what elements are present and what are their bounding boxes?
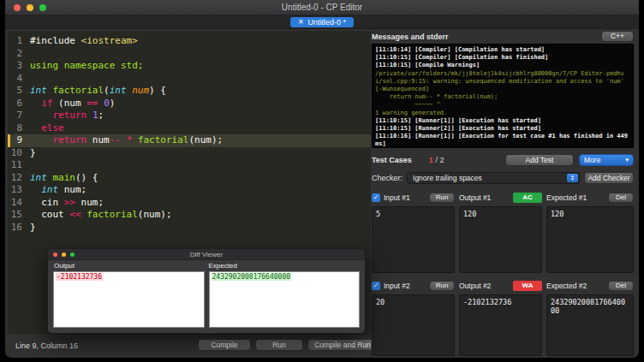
messages-header: Messages and stderr C++ xyxy=(372,31,634,42)
tab-label: Untitled-0 * xyxy=(308,17,347,27)
code-line[interactable]: 8 else xyxy=(8,122,371,135)
add-test-button[interactable]: Add Test xyxy=(505,154,574,166)
console-line: return num-- * factorial(num); xyxy=(375,93,630,101)
checker-row: Checker: Ignore trailing spaces ▲▼ Add C… xyxy=(372,171,634,185)
compiler-console[interactable]: [11:10:14] [Compiler] [Compilation has s… xyxy=(372,44,634,148)
testcase-1-checkbox[interactable]: ✓ xyxy=(372,193,380,202)
code-text: int num; xyxy=(30,184,86,197)
console-line: [11:10:16] [Runner[1]] [Execution for te… xyxy=(375,133,630,148)
input-2-textarea[interactable]: 20 xyxy=(372,294,455,356)
run-testcase-2-button[interactable]: Run xyxy=(429,281,455,291)
code-line[interactable]: 7 return 1; xyxy=(8,110,371,122)
diff-output-value: -2102132736 xyxy=(56,273,103,281)
select-stepper-icon[interactable]: ▲▼ xyxy=(567,174,578,182)
diff-expected-value: 2432902008176640000 xyxy=(212,273,292,281)
expected-2-label: Expected #2 xyxy=(546,282,587,290)
diff-title-bar[interactable]: Diff Viewer xyxy=(48,249,365,260)
tab-close-icon[interactable]: ✕ xyxy=(298,17,304,27)
editor-actions: Compile Run Compile and Run xyxy=(198,339,378,351)
diff-close-icon[interactable] xyxy=(53,252,57,257)
run-button[interactable]: Run xyxy=(255,339,303,351)
output-1-label: Output #1 xyxy=(459,193,491,202)
output-1-textarea[interactable]: 120 xyxy=(459,206,542,273)
code-text: } xyxy=(30,222,36,234)
code-line[interactable]: 3using namespace std; xyxy=(8,60,371,73)
code-text: using namespace std; xyxy=(30,60,143,73)
title-bar[interactable]: Untitled-0 - CP Editor xyxy=(5,0,639,15)
language-button[interactable]: C++ xyxy=(601,31,634,42)
run-testcase-1-button[interactable]: Run xyxy=(429,193,455,203)
testcase-2-areas: 20 -2102132736 2432902008176640000 xyxy=(372,294,634,356)
code-text: return num-- * factorial(num); xyxy=(30,134,223,147)
code-line[interactable]: 13 int num; xyxy=(8,184,371,197)
expected-1-label: Expected #1 xyxy=(546,193,587,202)
line-number: 1 xyxy=(8,35,30,48)
console-line: [11:10:15] [Compiler] [Compilation has f… xyxy=(375,54,630,62)
code-line[interactable]: 10} xyxy=(8,147,371,160)
minimize-icon[interactable] xyxy=(27,4,33,11)
testcase-1: ✓ Input #1 Run Output #1 AC Expected #1 … xyxy=(372,192,634,273)
testcase-1-areas: 5 120 120 xyxy=(372,206,634,273)
input-1-textarea[interactable]: 5 xyxy=(372,206,455,273)
line-number: 2 xyxy=(8,48,30,61)
diff-viewer-window[interactable]: Diff Viewer Output Expected -2102132736 … xyxy=(47,248,366,334)
line-number: 11 xyxy=(8,159,30,172)
console-line: 1 warning generated. xyxy=(375,110,630,117)
code-text: cin >> num; xyxy=(30,197,104,210)
verdict-2-badge[interactable]: WA xyxy=(513,281,542,291)
code-text: #include <iostream> xyxy=(30,35,138,48)
code-line[interactable]: 16} xyxy=(8,222,371,234)
testcase-1-controls: ✓ Input #1 Run Output #1 AC Expected #1 … xyxy=(372,192,634,204)
code-line[interactable]: 11 xyxy=(8,159,371,172)
output-2-textarea[interactable]: -2102132736 xyxy=(459,294,542,356)
line-number: 8 xyxy=(8,122,30,135)
code-line[interactable]: 2 xyxy=(8,48,371,61)
code-line[interactable]: 4 xyxy=(8,73,371,86)
diff-traffic-lights xyxy=(53,252,75,257)
checker-select[interactable]: Ignore trailing spaces ▲▼ xyxy=(407,172,580,184)
chevron-down-icon: ▾ xyxy=(625,157,629,163)
checker-selected-value: Ignore trailing spaces xyxy=(413,174,482,182)
output-2-label: Output #2 xyxy=(459,282,491,290)
code-line[interactable]: 5int factorial(int num) { xyxy=(8,85,371,98)
diff-minimize-icon[interactable] xyxy=(62,252,66,257)
diff-zoom-icon[interactable] xyxy=(70,252,75,257)
delete-testcase-1-button[interactable]: Del xyxy=(608,193,634,203)
more-button[interactable]: More ▾ xyxy=(579,154,634,166)
expected-1-textarea[interactable]: 120 xyxy=(546,206,634,273)
diff-output-pane: -2102132736 xyxy=(53,271,205,328)
window-title: Untitled-0 - CP Editor xyxy=(5,0,639,15)
line-number: 7 xyxy=(8,110,30,122)
code-line[interactable]: 12int main() { xyxy=(8,172,371,185)
traffic-lights xyxy=(14,4,46,11)
add-checker-button[interactable]: Add Checker xyxy=(584,172,634,184)
code-line[interactable]: 9 return num-- * factorial(num); xyxy=(8,134,371,147)
verdict-1-badge[interactable]: AC xyxy=(513,193,542,203)
testcase-2-controls: ✓ Input #2 Run Output #2 WA Expected #2 … xyxy=(372,280,634,292)
testcase-2-checkbox[interactable]: ✓ xyxy=(372,282,380,290)
testcase-2: ✓ Input #2 Run Output #2 WA Expected #2 … xyxy=(372,280,634,356)
diff-expected-pane: 2432902008176640000 xyxy=(209,271,361,328)
code-line[interactable]: 14 cin >> num; xyxy=(8,197,371,210)
diff-output-label: Output xyxy=(54,262,205,270)
total-count: 2 xyxy=(439,156,444,164)
diff-expected-label: Expected xyxy=(209,262,360,270)
expected-2-textarea[interactable]: 2432902008176640000 xyxy=(546,294,634,356)
testcases-header: Test Cases 1 / 2 Add Test More ▾ xyxy=(372,153,634,167)
testcases-title: Test Cases xyxy=(372,156,412,164)
code-line[interactable]: 15 cout << factorial(num); xyxy=(8,209,371,222)
zoom-icon[interactable] xyxy=(39,4,46,11)
tab-untitled-0[interactable]: ✕ Untitled-0 * xyxy=(290,17,354,27)
compile-button[interactable]: Compile xyxy=(198,339,251,351)
close-icon[interactable] xyxy=(14,4,21,11)
compile-and-run-button[interactable]: Compile and Run xyxy=(307,339,378,351)
messages-title: Messages and stderr xyxy=(372,33,449,41)
testcases-score: 1 / 2 xyxy=(429,156,444,164)
code-line[interactable]: 6 if (num == 0) xyxy=(8,98,371,110)
check-icon: ✓ xyxy=(373,282,379,289)
line-number: 13 xyxy=(8,184,30,197)
code-line[interactable]: 1#include <iostream> xyxy=(8,35,371,48)
check-icon: ✓ xyxy=(373,193,379,201)
delete-testcase-2-button[interactable]: Del xyxy=(608,281,634,291)
line-number: 3 xyxy=(8,60,30,73)
